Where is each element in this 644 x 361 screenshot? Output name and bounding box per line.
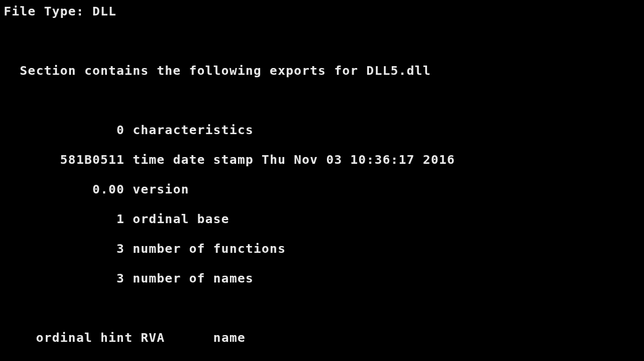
characteristics-line: 0 characteristics: [4, 122, 640, 137]
file-type-label: File Type:: [4, 4, 92, 19]
console-output: File Type: DLL Section contains the foll…: [0, 0, 644, 361]
num-functions-line: 3 number of functions: [4, 241, 640, 256]
exports-table-header: ordinal hint RVA name: [4, 330, 640, 345]
ordinal-base-line: 1 ordinal base: [4, 211, 640, 226]
timedate-line: 581B0511 time date stamp Thu Nov 03 10:3…: [4, 152, 640, 167]
num-names-line: 3 number of names: [4, 271, 640, 286]
blank-line: [4, 300, 640, 315]
file-type-value: DLL: [92, 4, 116, 19]
file-type-line: File Type: DLL: [4, 4, 640, 19]
version-line: 0.00 version: [4, 182, 640, 197]
section-exports-line: Section contains the following exports f…: [4, 63, 640, 78]
dll-name: DLL5.dll: [366, 63, 431, 78]
blank-line: [4, 33, 640, 48]
blank-line: [4, 93, 640, 108]
